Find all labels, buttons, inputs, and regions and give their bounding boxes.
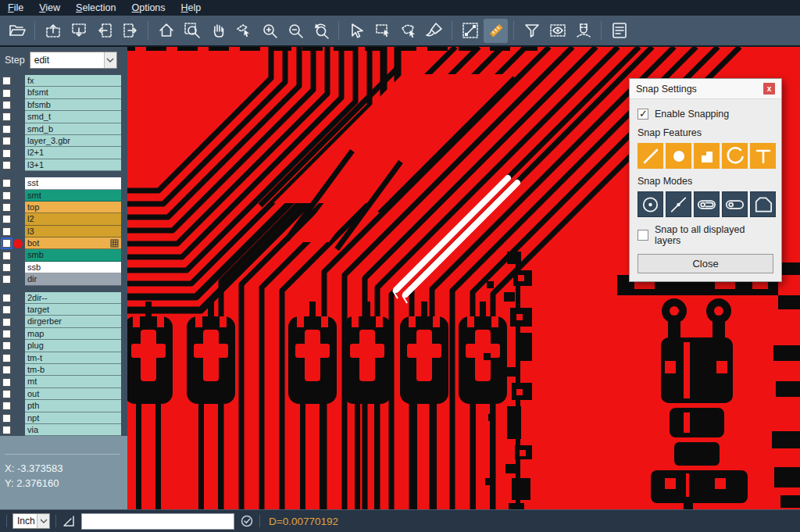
layer-visibility-checkbox[interactable] <box>2 252 11 260</box>
layer-visibility-checkbox[interactable] <box>2 77 11 85</box>
layer-visibility-checkbox[interactable] <box>2 149 11 158</box>
snap-mode-feature-and-hole-button[interactable] <box>694 191 720 217</box>
layer-visibility-checkbox[interactable] <box>2 191 11 200</box>
layer-visibility-checkbox[interactable] <box>2 390 11 398</box>
layer-visibility-checkbox[interactable] <box>2 179 11 187</box>
nudge-left-button[interactable] <box>92 19 116 43</box>
layer-visibility-checkbox[interactable] <box>2 275 11 284</box>
zoom-out-button[interactable] <box>283 19 307 43</box>
layer-visibility-checkbox[interactable] <box>2 112 11 121</box>
snap-feature-surface-button[interactable] <box>694 143 720 169</box>
layer-visibility-checkbox[interactable] <box>2 318 11 327</box>
zoom-previous-button[interactable] <box>309 19 333 43</box>
layer-visibility-checkbox[interactable] <box>2 215 11 223</box>
nudge-up-button[interactable] <box>41 19 65 43</box>
snap-feature-text-button[interactable] <box>750 143 776 169</box>
snap-feature-line-button[interactable] <box>638 143 663 169</box>
layer-visibility-checkbox[interactable] <box>2 137 11 145</box>
layer-visibility-checkbox[interactable] <box>2 402 11 410</box>
layer-visibility-checkbox[interactable] <box>2 263 11 272</box>
layer-visibility-checkbox[interactable] <box>2 239 11 248</box>
select-polygon-button[interactable] <box>396 19 420 43</box>
apply-refresh-icon[interactable] <box>240 514 254 528</box>
grid-icon[interactable] <box>110 239 119 248</box>
select-rectangle-button[interactable] <box>370 19 395 43</box>
layer-visibility-checkbox[interactable] <box>2 203 11 212</box>
move-vertex-button[interactable] <box>231 19 255 43</box>
layer-row-fx[interactable]: fx <box>0 75 127 87</box>
enable-snapping-checkbox[interactable] <box>638 109 648 120</box>
layer-row-l3+1[interactable]: l3+1 <box>0 159 127 171</box>
layer-row-l2+1[interactable]: l2+1 <box>0 147 127 159</box>
filter-button[interactable] <box>520 19 544 43</box>
open-button[interactable] <box>5 19 29 43</box>
menu-item-selection[interactable]: Selection <box>68 1 123 15</box>
snap-magnet-button[interactable] <box>571 19 595 43</box>
layer-row-ssb[interactable]: ssb <box>0 262 127 273</box>
layer-visibility-checkbox[interactable] <box>2 426 11 434</box>
layer-visibility-checkbox[interactable] <box>2 101 11 109</box>
brush-button[interactable] <box>422 19 446 43</box>
layer-row-npt[interactable]: npt <box>0 412 127 424</box>
menu-item-view[interactable]: View <box>31 1 68 15</box>
layer-row-bfsmb[interactable]: bfsmb <box>0 99 127 111</box>
layer-visibility-checkbox[interactable] <box>2 89 11 98</box>
select-button[interactable] <box>345 19 369 43</box>
step-select[interactable]: edit <box>30 52 117 69</box>
dialog-titlebar[interactable]: Snap Settings x <box>630 79 781 99</box>
snap-mode-feature-outline-button[interactable] <box>722 191 748 217</box>
layer-visibility-checkbox[interactable] <box>2 354 11 362</box>
layer-visibility-checkbox[interactable] <box>2 305 11 314</box>
display-options-button[interactable] <box>545 19 570 43</box>
layer-visibility-checkbox[interactable] <box>2 414 11 423</box>
layer-row-bot[interactable]: bot <box>0 237 127 249</box>
command-input[interactable] <box>81 513 234 530</box>
layer-row-layer_3.gbr[interactable]: layer_3.gbr <box>0 135 127 147</box>
close-icon[interactable]: x <box>763 83 775 95</box>
angle-measure-icon[interactable] <box>62 514 76 528</box>
layer-visibility-checkbox[interactable] <box>2 378 11 387</box>
layer-row-top[interactable]: top <box>0 202 127 213</box>
snap-mode-center-button[interactable] <box>638 191 663 217</box>
layer-visibility-checkbox[interactable] <box>2 161 11 170</box>
zoom-in-button[interactable] <box>257 19 281 43</box>
layer-visibility-checkbox[interactable] <box>2 341 11 350</box>
menu-item-help[interactable]: Help <box>173 1 209 15</box>
layer-row-smb[interactable]: smb <box>0 249 127 261</box>
menu-item-file[interactable]: File <box>0 1 31 15</box>
layer-row-dir[interactable]: dir <box>0 273 127 285</box>
layer-row-pth[interactable]: pth <box>0 400 127 412</box>
measure-line-button[interactable] <box>458 19 482 43</box>
layer-row-out[interactable]: out <box>0 388 127 400</box>
layer-row-l2[interactable]: l2 <box>0 213 127 225</box>
layer-row-target[interactable]: target <box>0 304 127 316</box>
layer-row-smt[interactable]: smt <box>0 190 127 202</box>
report-button[interactable] <box>607 19 631 43</box>
layer-row-2dir--[interactable]: 2dir-- <box>0 292 127 304</box>
unit-select[interactable]: Inch <box>12 513 50 529</box>
layer-row-smd_t[interactable]: smd_t <box>0 111 127 123</box>
layer-row-via[interactable]: via <box>0 424 127 436</box>
all-layers-checkbox[interactable] <box>638 230 648 241</box>
layer-visibility-checkbox[interactable] <box>2 227 11 236</box>
layer-row-smd_b[interactable]: smd_b <box>0 123 127 135</box>
measure-ruler-button[interactable] <box>484 19 508 43</box>
layer-visibility-checkbox[interactable] <box>2 330 11 338</box>
zoom-window-button[interactable] <box>180 19 204 43</box>
layer-row-plug[interactable]: plug <box>0 340 127 352</box>
snap-feature-arc-button[interactable] <box>722 143 748 169</box>
layer-row-map[interactable]: map <box>0 328 127 340</box>
layer-row-mt[interactable]: mt <box>0 376 127 387</box>
layer-row-dirgerber[interactable]: dirgerber <box>0 316 127 327</box>
home-view-button[interactable] <box>154 19 178 43</box>
layer-visibility-checkbox[interactable] <box>2 294 11 302</box>
layer-row-sst[interactable]: sst <box>0 177 127 189</box>
pan-button[interactable] <box>205 19 230 43</box>
layer-row-tm-b[interactable]: tm-b <box>0 364 127 376</box>
menu-item-options[interactable]: Options <box>123 1 173 15</box>
snap-feature-pad-button[interactable] <box>666 143 691 169</box>
nudge-down-button[interactable] <box>66 19 91 43</box>
layer-visibility-checkbox[interactable] <box>2 366 11 374</box>
layer-row-bfsmt[interactable]: bfsmt <box>0 87 127 98</box>
dialog-close-button[interactable]: Close <box>638 254 773 273</box>
